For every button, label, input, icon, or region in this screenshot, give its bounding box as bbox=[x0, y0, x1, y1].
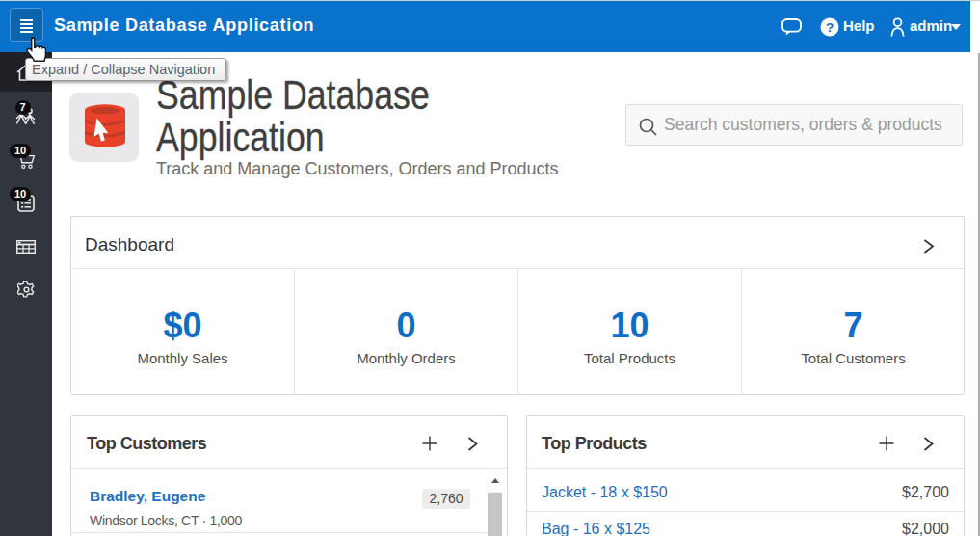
svg-text:?: ? bbox=[826, 20, 834, 35]
